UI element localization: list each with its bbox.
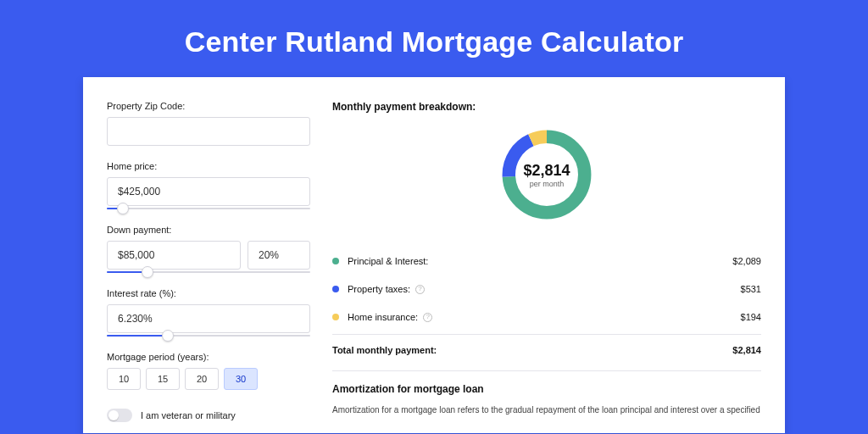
- legend-label: Property taxes:?: [348, 284, 741, 294]
- period-button-10[interactable]: 10: [107, 368, 141, 390]
- amort-title: Amortization for mortgage loan: [332, 383, 761, 395]
- calculator-card: Property Zip Code: Home price: Down paym…: [83, 77, 785, 433]
- interest-slider[interactable]: [107, 335, 310, 337]
- interest-label: Interest rate (%):: [107, 288, 310, 298]
- down-payment-input[interactable]: [107, 241, 241, 270]
- veteran-toggle[interactable]: [107, 409, 132, 422]
- legend-dot-icon: [332, 314, 339, 320]
- info-icon[interactable]: ?: [415, 285, 425, 294]
- slider-thumb[interactable]: [162, 330, 174, 342]
- zip-field: Property Zip Code:: [107, 101, 310, 146]
- interest-input[interactable]: [107, 304, 310, 333]
- page-title: Center Rutland Mortgage Calculator: [0, 0, 868, 77]
- home-price-field: Home price:: [107, 161, 310, 209]
- amortization-section: Amortization for mortgage loan Amortizat…: [332, 370, 761, 416]
- zip-label: Property Zip Code:: [107, 101, 310, 111]
- form-panel: Property Zip Code: Home price: Down paym…: [107, 101, 310, 422]
- zip-input[interactable]: [107, 117, 310, 146]
- total-value: $2,814: [732, 345, 761, 355]
- donut-subtitle: per month: [530, 180, 565, 188]
- legend-label: Principal & Interest:: [348, 256, 732, 266]
- info-icon[interactable]: ?: [423, 313, 432, 322]
- legend-row: Property taxes:?$531: [332, 275, 761, 303]
- interest-field: Interest rate (%):: [107, 288, 310, 337]
- amort-text: Amortization for a mortgage loan refers …: [332, 403, 761, 416]
- down-payment-percent-input[interactable]: [248, 241, 310, 270]
- legend-total-row: Total monthly payment: $2,814: [332, 334, 761, 365]
- donut-total: $2,814: [523, 162, 570, 180]
- legend-dot-icon: [332, 258, 339, 264]
- legend-row: Home insurance:?$194: [332, 303, 761, 331]
- period-button-20[interactable]: 20: [185, 368, 219, 390]
- home-price-input[interactable]: [107, 177, 310, 206]
- legend-value: $194: [741, 312, 761, 322]
- down-payment-field: Down payment:: [107, 225, 310, 273]
- legend-value: $531: [741, 284, 761, 294]
- slider-thumb[interactable]: [117, 203, 129, 214]
- period-button-15[interactable]: 15: [146, 368, 180, 390]
- legend-row: Principal & Interest:$2,089: [332, 247, 761, 275]
- legend-label: Home insurance:?: [348, 312, 741, 322]
- veteran-label: I am veteran or military: [141, 410, 236, 420]
- total-label: Total monthly payment:: [332, 345, 732, 355]
- home-price-label: Home price:: [107, 161, 310, 171]
- period-field: Mortgage period (years): 10152030: [107, 352, 310, 390]
- breakdown-title: Monthly payment breakdown:: [332, 101, 761, 113]
- down-payment-slider[interactable]: [107, 271, 310, 273]
- slider-thumb[interactable]: [142, 266, 153, 278]
- breakdown-panel: Monthly payment breakdown: $2,814 per mo…: [332, 101, 761, 422]
- legend: Principal & Interest:$2,089Property taxe…: [332, 247, 761, 331]
- period-label: Mortgage period (years):: [107, 352, 310, 362]
- home-price-slider[interactable]: [107, 208, 310, 209]
- down-payment-label: Down payment:: [107, 225, 310, 235]
- period-button-30[interactable]: 30: [224, 368, 258, 390]
- legend-value: $2,089: [732, 256, 761, 266]
- payment-donut-chart: $2,814 per month: [497, 125, 597, 225]
- legend-dot-icon: [332, 286, 339, 292]
